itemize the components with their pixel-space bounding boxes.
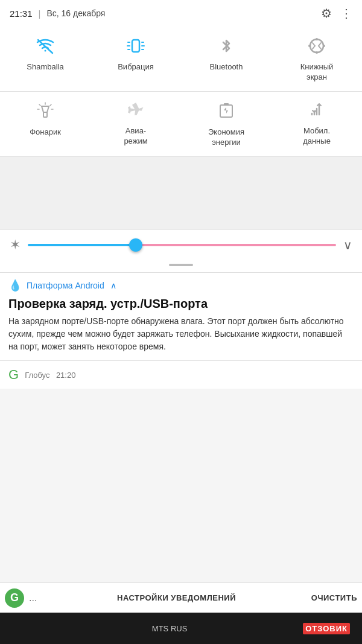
qs-flashlight-label: Фонарик: [30, 127, 61, 138]
qs-vibration[interactable]: Вибрация: [91, 28, 181, 92]
handle-bar: [169, 264, 193, 266]
book-screen-icon: [308, 37, 326, 57]
qs-mobile-data[interactable]: Мобил. данные: [272, 92, 362, 157]
status-divider: |: [39, 8, 41, 19]
spacer: [0, 157, 362, 229]
qs-airplane[interactable]: Авиа- режим: [91, 92, 181, 157]
svg-line-17: [50, 104, 51, 106]
qs-battery-saver[interactable]: Экономия энергии: [181, 92, 272, 157]
vibration-icon: [126, 37, 145, 57]
notif-expand-icon[interactable]: ∧: [110, 281, 116, 290]
qs-mobile-data-label: Мобил. данные: [303, 126, 331, 147]
qs-bluetooth[interactable]: Bluetooth: [181, 28, 272, 92]
svg-point-10: [316, 51, 318, 54]
notif-header: 💧 Платформа Android ∧: [8, 279, 354, 292]
notif-app-name: Платформа Android: [27, 281, 104, 290]
clear-button[interactable]: ОЧИСТИТЬ: [311, 593, 357, 602]
svg-line-16: [39, 104, 40, 106]
nav-bar: MTS RUS ОТЗОВИК: [0, 613, 362, 644]
svg-rect-14: [43, 112, 47, 117]
qs-book-screen[interactable]: Книжный экран: [272, 28, 362, 92]
notif2-app-name: Глобус: [25, 371, 49, 380]
notification-globus[interactable]: G Глобус 21:20: [0, 360, 362, 389]
action-bar: G ... НАСТРОЙКИ УВЕДОМЛЕНИЙ ОЧИСТИТЬ: [0, 582, 362, 613]
bluetooth-icon: [218, 37, 235, 57]
qs-wifi[interactable]: Shamballa: [0, 28, 91, 92]
drag-handle[interactable]: [0, 260, 362, 272]
notification-android-platform[interactable]: 💧 Платформа Android ∧ Проверка заряд. ус…: [0, 272, 362, 360]
quick-settings-row-2: Фонарик Авиа- режим Экономия энергии: [0, 92, 362, 157]
qs-wifi-label: Shamballa: [27, 62, 63, 72]
status-bar: 21:31 | Вс, 16 декабря ⚙ ⋮: [0, 0, 362, 25]
action-dots: ...: [29, 593, 37, 604]
svg-rect-1: [132, 40, 139, 52]
brightness-thumb[interactable]: [129, 238, 142, 252]
notif-title: Проверка заряд. устр./USB-порта: [8, 296, 354, 311]
brightness-expand-icon[interactable]: ∨: [343, 238, 352, 252]
svg-point-8: [310, 39, 323, 53]
airplane-icon: [127, 101, 145, 121]
notif-app-icon: 💧: [8, 279, 22, 292]
qs-vibration-label: Вибрация: [118, 62, 154, 72]
globus-app-icon: G: [5, 588, 24, 608]
qs-airplane-label: Авиа- режим: [124, 126, 147, 147]
flashlight-icon: [37, 101, 54, 123]
wifi-icon: [36, 37, 55, 57]
status-date: Вс, 16 декабря: [46, 8, 105, 18]
notification-settings-button[interactable]: НАСТРОЙКИ УВЕДОМЛЕНИЙ: [46, 593, 306, 602]
qs-bluetooth-label: Bluetooth: [210, 62, 243, 72]
qs-flashlight[interactable]: Фонарик: [0, 92, 91, 157]
quick-settings-row-1: Shamballa Вибрация: [0, 28, 362, 92]
carrier-label: MTS RUS: [152, 624, 188, 633]
more-options-icon[interactable]: ⋮: [340, 6, 352, 21]
notif-body: На зарядном порте/USB-порте обнаружена в…: [8, 315, 354, 353]
settings-icon[interactable]: ⚙: [321, 6, 332, 21]
battery-saver-icon: [218, 101, 235, 123]
brightness-track: [28, 244, 336, 246]
notif2-icon: G: [8, 367, 19, 383]
notif2-content: Глобус 21:20: [25, 369, 354, 380]
quick-settings-panel: Shamballa Вибрация: [0, 25, 362, 157]
nav-right: ОТЗОВИК: [303, 623, 350, 634]
status-icons: ⚙ ⋮: [321, 6, 352, 21]
qs-battery-saver-label: Экономия энергии: [208, 127, 244, 148]
svg-rect-21: [224, 103, 229, 106]
brand-watermark: ОТЗОВИК: [303, 623, 350, 634]
svg-marker-13: [42, 106, 49, 112]
svg-point-12: [323, 45, 325, 47]
status-time: 21:31: [10, 8, 33, 19]
brightness-row: ✶ ∨: [0, 229, 362, 260]
brightness-slider[interactable]: [28, 244, 336, 246]
mobile-data-icon: [308, 101, 325, 121]
nav-center: MTS RUS: [152, 624, 188, 633]
status-left: 21:31 | Вс, 16 декабря: [10, 8, 105, 19]
brightness-icon: ✶: [10, 237, 21, 253]
svg-point-11: [308, 45, 311, 47]
qs-book-screen-label: Книжный экран: [300, 62, 334, 83]
svg-point-9: [316, 38, 318, 40]
notif2-time: 21:20: [56, 371, 76, 380]
